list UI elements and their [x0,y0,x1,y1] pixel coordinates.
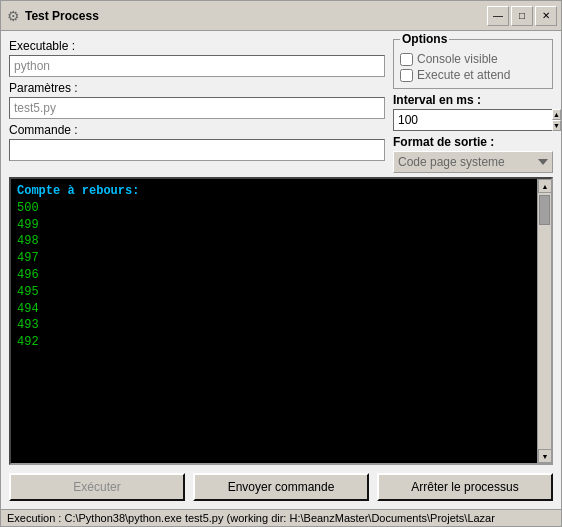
execute-wait-row: Execute et attend [400,68,546,82]
send-command-button[interactable]: Envoyer commande [193,473,369,501]
scroll-down-button[interactable]: ▼ [538,449,552,463]
window-title: Test Process [25,9,487,23]
stop-process-button[interactable]: Arrêter le processus [377,473,553,501]
command-label: Commande : [9,123,385,137]
options-group: Options Console visible Execute et atten… [393,39,553,89]
right-section: Options Console visible Execute et atten… [393,39,553,173]
main-content: Executable : Paramètres : Commande : Opt… [1,31,561,509]
status-bar: Execution : C:\Python38\python.exe test5… [1,509,561,526]
terminal-scrollbar: ▲ ▼ [537,179,551,463]
interval-input[interactable] [393,109,552,131]
terminal-line-5: 496 [17,267,533,284]
executable-input[interactable] [9,55,385,77]
command-input[interactable] [9,139,385,161]
scroll-track [538,193,551,449]
spin-up-button[interactable]: ▲ [552,109,561,120]
terminal-line-9: 492 [17,334,533,351]
terminal-line-4: 497 [17,250,533,267]
spin-down-button[interactable]: ▼ [552,120,561,131]
interval-label: Interval en ms : [393,93,553,107]
terminal-output: Compte à rebours: 500 499 498 497 496 49… [9,177,553,465]
terminal-content: Compte à rebours: 500 499 498 497 496 49… [11,179,551,355]
terminal-line-1: 500 [17,200,533,217]
terminal-line-3: 498 [17,233,533,250]
format-section: Format de sortie : Code page systeme [393,135,553,173]
minimize-button[interactable]: — [487,6,509,26]
terminal-line-6: 495 [17,284,533,301]
execute-button[interactable]: Exécuter [9,473,185,501]
params-field-group: Paramètres : [9,81,385,119]
interval-section: Interval en ms : ▲ ▼ [393,93,553,131]
params-input[interactable] [9,97,385,119]
executable-label: Executable : [9,39,385,53]
terminal-line-2: 499 [17,217,533,234]
left-section: Executable : Paramètres : Commande : [9,39,385,173]
terminal-line-8: 493 [17,317,533,334]
title-bar: ⚙ Test Process — □ ✕ [1,1,561,31]
button-row: Exécuter Envoyer commande Arrêter le pro… [9,473,553,501]
execute-wait-checkbox[interactable] [400,69,413,82]
command-field-group: Commande : [9,123,385,161]
close-button[interactable]: ✕ [535,6,557,26]
maximize-button[interactable]: □ [511,6,533,26]
main-window: ⚙ Test Process — □ ✕ Executable : Paramè… [0,0,562,527]
terminal-line-7: 494 [17,301,533,318]
spinner-buttons: ▲ ▼ [552,109,561,131]
scroll-up-button[interactable]: ▲ [538,179,552,193]
terminal-header: Compte à rebours: [17,183,533,200]
options-label: Options [400,32,449,46]
app-icon: ⚙ [5,8,21,24]
top-section: Executable : Paramètres : Commande : Opt… [9,39,553,173]
params-label: Paramètres : [9,81,385,95]
window-controls: — □ ✕ [487,6,557,26]
format-label: Format de sortie : [393,135,553,149]
console-visible-row: Console visible [400,52,546,66]
console-visible-label: Console visible [417,52,498,66]
execute-wait-label: Execute et attend [417,68,510,82]
scroll-thumb[interactable] [539,195,550,225]
format-select[interactable]: Code page systeme [393,151,553,173]
interval-spinner: ▲ ▼ [393,109,553,131]
executable-field-group: Executable : [9,39,385,77]
console-visible-checkbox[interactable] [400,53,413,66]
